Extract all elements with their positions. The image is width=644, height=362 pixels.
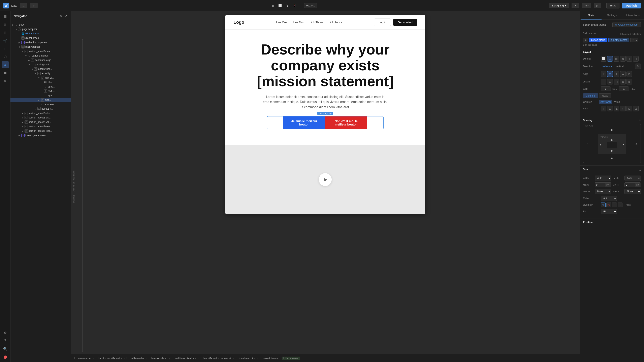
child-align-baseline-btn[interactable]: ⊡ [626,106,632,111]
tree-item-text-alig[interactable]: ▼ □ text-alig... [10,71,71,76]
spacing-add-button[interactable]: + [639,118,641,122]
tree-item-spacer1[interactable]: □ spac... [10,84,71,89]
nav-link-four[interactable]: Link Four ▾ [329,21,342,24]
height-select[interactable]: Auto [624,176,641,181]
child-align-start-btn[interactable]: ⊤ [601,106,606,111]
login-button[interactable]: Log in [374,18,391,26]
direction-vertical-btn[interactable]: Vertical [615,65,624,68]
navigator-icon[interactable]: ☰ [2,13,9,20]
tab-settings[interactable]: Settings [602,11,622,19]
wrap-option[interactable]: Wrap [614,100,621,104]
display-inline-opt[interactable]: ⊠ [620,56,626,61]
breadcrumb-container-large[interactable]: container-large [148,357,168,360]
danger-button[interactable]: Non c'est moi le meilleur bouton [325,116,367,129]
overflow-visible-btn[interactable]: 👁 [601,203,606,207]
tree-item-spacer2[interactable]: □ spac... [10,93,71,98]
child-align-stretch-btn[interactable]: ↕ [620,106,626,111]
justify-start-btn[interactable]: ⊢ [601,79,606,84]
align-center-btn[interactable]: ⊟ [607,71,613,77]
tree-item-global-styles[interactable]: 🌐 Global Styles [10,31,71,36]
margin-right-value[interactable]: 0 [636,143,637,146]
max-h-select[interactable]: None [624,189,641,194]
styles-icon[interactable]: ◈ [2,61,9,68]
align-baseline-btn[interactable]: ⊡ [626,71,632,77]
tree-item-body[interactable]: ▶ □ Body [10,22,71,27]
tree-item-page-wrapper[interactable]: ▼ □ page-wrapper [10,27,71,31]
tablet-icon[interactable]: ⬜ [277,3,283,8]
nav-link-one[interactable]: Link One [276,21,288,24]
max-w-select[interactable]: None [595,189,611,194]
tree-item-section-about2[interactable]: ▼ □ section_about2-hea... [10,49,71,53]
tree-item-global-styles2[interactable]: □ global-styles [10,36,71,40]
designing-button[interactable]: Designing ▾ [549,3,569,8]
preview-button[interactable]: ▷ [594,3,601,8]
tab-style[interactable]: Style [580,11,602,19]
display-block-opt[interactable]: ⬜ [601,56,606,61]
width-select[interactable]: Auto [595,176,611,181]
direction-extra-opt[interactable]: ↻ [635,63,641,69]
fit-select[interactable]: Fill [601,209,617,214]
primary-button[interactable]: Je suis le meilleur bouton [283,116,325,129]
align-start-btn[interactable]: ⊤ [601,71,606,77]
search-icon[interactable]: 🔍 [2,345,9,352]
tree-item-text[interactable]: ¶ text-... [10,89,71,93]
tree-item-button-group[interactable]: ▶ □ butt... [10,98,71,102]
tree-item-navbar[interactable]: ▶ ⬡ navbar1_component [10,40,71,45]
padding-top-value[interactable]: 0 [611,139,612,142]
columns-button[interactable]: Columns [583,93,598,98]
margin-left-value[interactable]: 0 [587,143,588,146]
selector-badge-justify-center[interactable]: is-justify-center [608,38,629,42]
child-align-end-btn[interactable]: ⊥ [614,106,619,111]
min-h-unit-btn[interactable]: PX [635,183,640,187]
mobile-icon[interactable]: 📱 [292,3,298,8]
overflow-scroll-x-btn[interactable]: ↔ [612,203,617,207]
tree-item-footer[interactable]: ▶ ⬡ footer1_component [10,133,71,138]
close-navigator-button[interactable]: ✕ [59,14,62,18]
video-play-button[interactable]: ▶ [319,173,332,186]
check-button[interactable]: ✓ [572,3,580,8]
margin-top-value[interactable]: 0 [611,129,612,131]
padding-left-value[interactable]: 0 [600,144,601,147]
settings-icon[interactable]: ⚙ [2,329,9,336]
desktop-icon[interactable]: 🖱 [284,3,290,8]
selector-badge-button-group[interactable]: button-group [589,38,607,42]
breadcrumb-button-group[interactable]: button-group [282,357,300,360]
breadcrumb-section[interactable]: section_about2-header [95,357,123,360]
nav-link-two[interactable]: Link Two [293,21,304,24]
cms-icon[interactable]: ⊟ [2,29,9,36]
tree-item-about2-hea[interactable]: ▼ □ about2-hea... [10,67,71,71]
tree-item-max-w[interactable]: ▼ □ max-w... [10,76,71,80]
tree-item-spacer-x[interactable]: □ spacer-x... [10,102,71,107]
more-menu-button[interactable]: ... [20,3,28,8]
help-icon[interactable]: ? [2,337,9,344]
tree-item-padding-sect[interactable]: ▼ □ padding-sect... [10,62,71,67]
align-end-btn[interactable]: ⊥ [614,71,619,77]
min-w-input[interactable] [595,183,605,187]
justify-between-btn[interactable]: ⊠ [620,79,626,84]
breadcrumb-padding-global[interactable]: padding-global [126,357,146,360]
ecommerce-icon[interactable]: 🛒 [2,37,9,44]
overflow-scroll-y-btn[interactable]: ↕ [618,203,622,207]
breadcrumb-about2-header[interactable]: about2-header_component [200,357,232,360]
size-expand-btn[interactable]: + [639,169,641,172]
apps-icon[interactable]: ⊠ [2,77,9,84]
tree-item-container-large[interactable]: ▶ □ container-large [10,58,71,62]
create-component-button[interactable]: ⊕ Create component [612,22,641,27]
child-align-extra-btn[interactable]: ⊞ [633,106,638,111]
breadcrumb-main-wrapper[interactable]: main-wrapper [73,357,92,360]
breadcrumb-padding-section[interactable]: padding-section-large [171,357,198,360]
publish-button[interactable]: Publish [622,2,641,8]
logic-icon[interactable]: ⬡ [2,53,9,60]
nav-link-three[interactable]: Link Three [310,21,323,24]
expand-button[interactable]: ⤢ [30,3,38,8]
app-logo[interactable]: W [3,3,9,8]
code-button[interactable]: </> [582,3,591,8]
child-align-center-btn[interactable]: ⊟ [607,106,613,111]
tree-item-heading[interactable]: H1 Hea... [10,80,71,84]
error-icon[interactable]: ⬤ [2,353,9,361]
margin-bottom-value[interactable]: 0 [611,157,612,160]
selector-icon[interactable]: ◧ [583,38,588,42]
display-flex-opt[interactable]: ⊟ [607,56,613,61]
breadcrumb-text-align[interactable]: text-align-center [234,357,256,360]
tree-item-section-valu[interactable]: ▶ □ section_about2-valu... [10,120,71,124]
